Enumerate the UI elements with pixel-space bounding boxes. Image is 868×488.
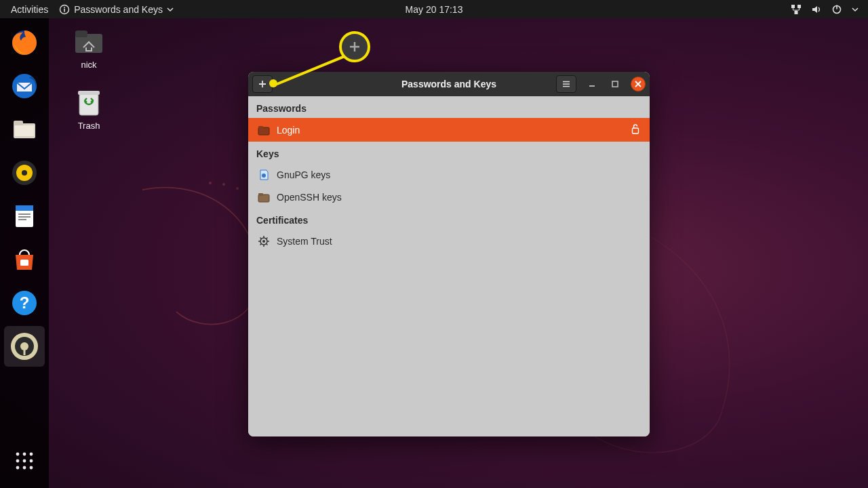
svg-rect-40 [78, 91, 100, 95]
activities-button[interactable]: Activities [0, 4, 59, 15]
launcher-files[interactable] [4, 109, 45, 150]
launcher-help[interactable]: ? [4, 283, 45, 323]
desktop-trash[interactable]: Trash [62, 87, 115, 131]
plus-icon [258, 79, 267, 89]
svg-point-33 [30, 460, 33, 463]
minimize-icon [587, 79, 597, 89]
trash-icon [75, 87, 102, 118]
launcher-firefox[interactable] [4, 22, 45, 63]
svg-rect-12 [15, 125, 34, 136]
dock: ? [0, 18, 49, 488]
svg-rect-18 [18, 214, 31, 215]
info-icon [59, 4, 70, 15]
shopping-bag-icon [10, 245, 39, 274]
sidebar-item-system-trust[interactable]: System Trust [248, 230, 650, 253]
plus-icon [348, 40, 361, 54]
apps-grid-icon [12, 449, 37, 473]
annotation-dot [269, 79, 277, 87]
svg-rect-46 [612, 81, 618, 87]
chevron-down-icon[interactable] [852, 6, 859, 13]
titlebar[interactable]: Passwords and Keys [248, 72, 650, 96]
desktop-trash-label: Trash [62, 121, 115, 131]
sidebar-item-label: OpenSSH keys [277, 192, 342, 203]
firefox-icon [10, 28, 39, 57]
launcher-software[interactable] [4, 239, 45, 280]
section-passwords: Passwords [248, 96, 650, 118]
sidebar-item-label: GnuPG keys [277, 169, 330, 180]
launcher-rhythmbox[interactable] [4, 152, 45, 193]
gear-icon [258, 235, 270, 247]
power-icon[interactable] [831, 4, 842, 15]
top-panel: Activities Passwords and Keys May 20 17:… [0, 0, 868, 18]
svg-point-42 [222, 183, 225, 186]
svg-point-41 [209, 182, 212, 184]
annotation-callout [339, 31, 370, 62]
svg-point-36 [30, 466, 33, 470]
desktop-home-folder[interactable]: nick [62, 26, 115, 70]
svg-point-32 [23, 460, 26, 463]
svg-point-31 [16, 460, 20, 463]
svg-point-50 [262, 174, 266, 178]
svg-rect-1 [64, 8, 65, 12]
svg-rect-17 [16, 205, 33, 211]
svg-line-59 [267, 244, 268, 245]
home-folder-icon [73, 27, 104, 56]
folder-icon [258, 125, 270, 136]
hamburger-menu-button[interactable] [556, 75, 576, 93]
svg-rect-2 [64, 7, 65, 8]
window-title: Passwords and Keys [401, 79, 496, 89]
volume-icon[interactable] [811, 4, 822, 15]
sidebar-item-login[interactable]: Login [248, 118, 650, 142]
passwords-and-keys-window: Passwords and Keys Passwords Login Keys [248, 72, 650, 436]
svg-rect-3 [791, 5, 795, 8]
svg-point-28 [16, 453, 20, 456]
close-icon [634, 80, 642, 88]
svg-rect-45 [589, 85, 595, 87]
svg-line-61 [260, 244, 262, 245]
system-tray[interactable] [791, 4, 868, 15]
gnupg-icon [258, 169, 270, 181]
svg-rect-5 [795, 11, 798, 14]
svg-point-29 [23, 453, 26, 456]
launcher-thunderbird[interactable] [4, 66, 45, 106]
svg-text:?: ? [20, 293, 30, 312]
svg-point-15 [22, 170, 27, 176]
music-icon [10, 159, 39, 187]
svg-point-62 [262, 240, 265, 243]
svg-rect-4 [797, 5, 801, 8]
svg-rect-49 [633, 128, 639, 134]
desktop-home-label: nick [62, 60, 115, 70]
svg-rect-52 [258, 193, 263, 196]
chevron-down-icon [167, 6, 174, 13]
svg-point-43 [236, 187, 239, 190]
app-menu[interactable]: Passwords and Keys [59, 4, 174, 15]
minimize-button[interactable] [585, 77, 599, 92]
sidebar-item-openssh[interactable]: OpenSSH keys [248, 186, 650, 208]
svg-rect-11 [14, 121, 23, 126]
svg-rect-7 [836, 5, 837, 9]
show-applications[interactable] [4, 441, 45, 481]
section-certificates: Certificates [248, 208, 650, 230]
maximize-button[interactable] [608, 77, 623, 92]
document-icon [10, 202, 39, 230]
launcher-libreoffice[interactable] [4, 196, 45, 237]
sidebar-item-gnupg[interactable]: GnuPG keys [248, 163, 650, 186]
hamburger-icon [561, 79, 571, 89]
clock[interactable]: May 20 17:13 [406, 4, 463, 15]
svg-rect-19 [18, 216, 31, 218]
svg-line-58 [260, 238, 262, 239]
network-icon[interactable] [791, 4, 802, 15]
help-icon: ? [10, 289, 39, 317]
svg-rect-27 [24, 349, 26, 355]
svg-rect-48 [258, 126, 263, 129]
svg-rect-21 [20, 260, 28, 266]
close-button[interactable] [631, 77, 646, 92]
folder-icon [258, 192, 270, 203]
thunderbird-icon [10, 72, 39, 100]
section-keys: Keys [248, 142, 650, 163]
launcher-passwords[interactable] [4, 326, 45, 367]
svg-rect-20 [18, 219, 26, 220]
sidebar: Passwords Login Keys GnuPG keys OpenSSH … [248, 96, 650, 436]
app-menu-label: Passwords and Keys [74, 4, 163, 15]
unlock-icon [631, 123, 640, 134]
